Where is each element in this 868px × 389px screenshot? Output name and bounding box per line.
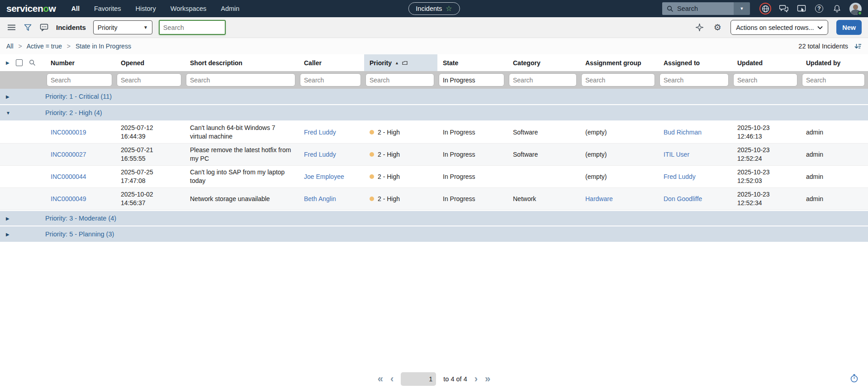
- assigned-to-link[interactable]: Bud Richman: [664, 128, 702, 137]
- top-nav: servicenow All Favorites History Workspa…: [0, 0, 868, 17]
- filter-assignment-group-input[interactable]: [581, 73, 655, 86]
- filter-priority-input[interactable]: [365, 73, 434, 86]
- nav-item-favorites[interactable]: Favorites: [94, 5, 121, 12]
- group-by-select[interactable]: Priority ▼: [93, 20, 152, 34]
- nav-item-history[interactable]: History: [136, 5, 156, 12]
- chevron-down-icon[interactable]: ▼: [6, 110, 10, 115]
- ai-sparkle-icon[interactable]: [694, 23, 704, 33]
- assignment-group-link[interactable]: Hardware: [585, 195, 613, 203]
- group-label[interactable]: Priority: 1 - Critical (11): [45, 93, 868, 100]
- group-row-priority-3-moderate[interactable]: ▶ Priority: 3 - Moderate (4): [0, 210, 868, 226]
- assigned-to-link[interactable]: ITIL User: [664, 150, 689, 159]
- column-header-opened[interactable]: Opened: [115, 54, 185, 71]
- column-header-assignment-group[interactable]: Assignment group: [580, 54, 658, 71]
- filter-updated-by-input[interactable]: [802, 73, 865, 86]
- updated-cell: 2025-10-23 12:46:13: [732, 121, 801, 143]
- list-comments-icon[interactable]: [39, 23, 49, 33]
- nav-item-admin[interactable]: Admin: [221, 5, 239, 12]
- actions-select-label: Actions on selected rows...: [736, 24, 814, 31]
- column-header-short-description[interactable]: Short description: [185, 54, 299, 71]
- column-header-updated-by[interactable]: Updated by: [801, 54, 868, 71]
- group-label[interactable]: Priority: 2 - High (4): [45, 109, 868, 116]
- gear-icon[interactable]: ⚙: [712, 23, 722, 33]
- select-all-checkbox[interactable]: [16, 59, 23, 66]
- breadcrumb-state-in-progress[interactable]: State in In Progress: [76, 43, 131, 50]
- global-search-field[interactable]: Search: [662, 2, 734, 15]
- column-header-updated[interactable]: Updated: [732, 54, 801, 71]
- table-row: INC0000044 2025-07-25 17:47:08 Can't log…: [0, 166, 868, 188]
- group-row-priority-1-critical[interactable]: ▶ Priority: 1 - Critical (11): [0, 89, 868, 105]
- column-header-priority[interactable]: Priority ▲: [364, 54, 437, 71]
- chevron-right-icon[interactable]: ▶: [6, 216, 9, 221]
- expand-all-icon[interactable]: ▶: [6, 60, 9, 65]
- global-search[interactable]: Search ▼: [662, 2, 750, 15]
- column-header-caller[interactable]: Caller: [299, 54, 364, 71]
- caller-link[interactable]: Beth Anglin: [304, 195, 336, 203]
- group-label[interactable]: Priority: 3 - Moderate (4): [45, 215, 868, 222]
- filter-opened-input[interactable]: [117, 73, 181, 86]
- chat-icon[interactable]: [779, 4, 789, 14]
- column-search-toggle-icon[interactable]: [29, 59, 36, 66]
- notifications-bell-icon[interactable]: [832, 4, 842, 14]
- filter-caller-input[interactable]: [300, 73, 361, 86]
- favorite-star-icon[interactable]: ☆: [446, 5, 452, 12]
- breadcrumb-all[interactable]: All: [6, 43, 14, 50]
- list-menu-icon[interactable]: [6, 23, 16, 33]
- assignment-group-cell: (empty): [580, 144, 658, 165]
- breadcrumb-row: All > Active = true > State in In Progre…: [0, 38, 868, 54]
- filter-short-description-input[interactable]: [186, 73, 295, 86]
- assigned-to-link[interactable]: Don Goodliffe: [664, 195, 702, 203]
- page-number-input[interactable]: [401, 372, 436, 386]
- previous-page-button[interactable]: ‹: [390, 374, 394, 384]
- first-page-button[interactable]: «: [378, 374, 383, 384]
- incident-number-link[interactable]: INC0000027: [51, 150, 86, 159]
- group-row-priority-5-planning[interactable]: ▶ Priority: 5 - Planning (3): [0, 226, 868, 243]
- help-icon[interactable]: ?: [814, 4, 824, 14]
- caller-link[interactable]: Fred Luddy: [304, 150, 336, 159]
- table-row: INC0000049 2025-10-02 14:56:37 Network s…: [0, 188, 868, 210]
- breadcrumb-active-true[interactable]: Active = true: [27, 43, 62, 50]
- context-pill-incidents[interactable]: Incidents ☆: [408, 2, 460, 15]
- chevron-right-icon[interactable]: ▶: [6, 94, 9, 99]
- column-header-assigned-to[interactable]: Assigned to: [658, 54, 732, 71]
- caller-link[interactable]: Joe Employee: [304, 173, 344, 181]
- screen-cursor-icon[interactable]: [797, 4, 806, 14]
- chevron-down-icon: [817, 26, 823, 29]
- nav-item-all[interactable]: All: [71, 5, 80, 12]
- group-label[interactable]: Priority: 5 - Planning (3): [45, 231, 868, 238]
- filter-number-input[interactable]: [47, 73, 112, 86]
- response-time-icon[interactable]: [850, 374, 858, 383]
- search-scope-dropdown[interactable]: ▼: [734, 2, 750, 15]
- category-cell: Network: [508, 188, 580, 210]
- nav-item-workspaces[interactable]: Workspaces: [171, 5, 207, 12]
- priority-dot-icon: [370, 197, 374, 201]
- last-page-button[interactable]: »: [485, 374, 490, 384]
- pagination-bar: « ‹ to 4 of 4 › »: [0, 369, 868, 389]
- filter-state-input[interactable]: [439, 73, 504, 86]
- column-header-number[interactable]: Number: [45, 54, 115, 71]
- chevron-right-icon[interactable]: ▶: [6, 232, 9, 237]
- actions-on-rows-select[interactable]: Actions on selected rows...: [730, 20, 828, 35]
- filter-assigned-to-input[interactable]: [659, 73, 729, 86]
- assigned-to-link[interactable]: Fred Luddy: [664, 173, 696, 181]
- servicenow-logo[interactable]: servicenow: [6, 3, 56, 14]
- filter-category-input[interactable]: [509, 73, 577, 86]
- chevron-down-icon: ▼: [143, 25, 148, 30]
- sort-order-icon[interactable]: [854, 43, 862, 50]
- updated-by-cell: admin: [801, 188, 868, 210]
- incident-number-link[interactable]: INC0000019: [51, 128, 86, 137]
- new-button[interactable]: New: [836, 20, 862, 35]
- column-header-category[interactable]: Category: [508, 54, 580, 71]
- incident-number-link[interactable]: INC0000044: [51, 173, 86, 181]
- column-header-state[interactable]: State: [437, 54, 508, 71]
- filter-updated-input[interactable]: [733, 73, 797, 86]
- updated-cell: 2025-10-23 12:52:34: [732, 188, 801, 210]
- next-page-button[interactable]: ›: [474, 374, 478, 384]
- list-search-input[interactable]: [159, 20, 226, 35]
- filter-icon[interactable]: [23, 23, 33, 33]
- impersonation-globe-icon[interactable]: [759, 3, 771, 14]
- caller-link[interactable]: Fred Luddy: [304, 128, 336, 137]
- incident-number-link[interactable]: INC0000049: [51, 195, 86, 203]
- user-avatar[interactable]: [849, 3, 862, 15]
- group-row-priority-2-high[interactable]: ▼ Priority: 2 - High (4): [0, 105, 868, 121]
